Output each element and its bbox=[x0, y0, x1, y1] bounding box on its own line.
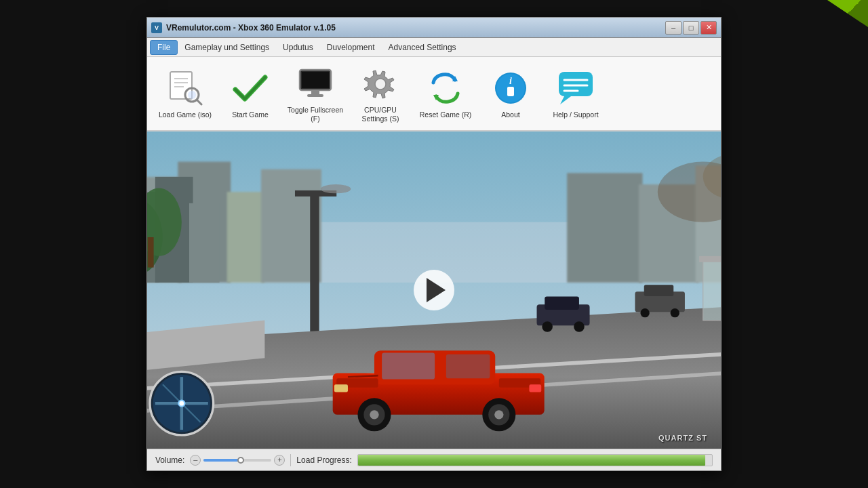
svg-point-51 bbox=[640, 308, 649, 317]
load-progress-bar bbox=[357, 454, 713, 466]
svg-rect-50 bbox=[644, 285, 673, 296]
title-bar: V VRemulutor.com - Xbox 360 Emulator v.1… bbox=[147, 18, 721, 38]
status-divider bbox=[290, 454, 291, 466]
volume-fill bbox=[203, 459, 241, 462]
info-icon: i bbox=[492, 70, 529, 106]
play-triangle-icon bbox=[427, 278, 446, 302]
about-button[interactable]: i About bbox=[479, 62, 542, 126]
svg-rect-71 bbox=[703, 260, 721, 320]
svg-rect-46 bbox=[545, 296, 579, 310]
volume-label: Volume: bbox=[155, 455, 184, 465]
svg-point-47 bbox=[542, 321, 553, 332]
svg-line-6 bbox=[197, 100, 201, 104]
window-controls: – □ ✕ bbox=[665, 21, 717, 35]
load-game-icon bbox=[167, 70, 203, 106]
cpu-gpu-settings-button[interactable]: CPU/GPU Settings (S) bbox=[349, 62, 412, 126]
svg-rect-17 bbox=[507, 87, 514, 96]
toggle-fullscreen-label: Toggle Fullscreen (F) bbox=[287, 106, 344, 123]
about-label: About bbox=[501, 110, 519, 119]
svg-point-79 bbox=[179, 401, 184, 406]
load-progress-fill bbox=[358, 455, 705, 466]
menu-item-gameplay[interactable]: Gameplay und Settings bbox=[178, 41, 276, 54]
svg-text:i: i bbox=[509, 76, 512, 86]
menu-item-updates[interactable]: Updutus bbox=[276, 41, 320, 54]
start-game-label: Start Game bbox=[232, 110, 269, 119]
svg-point-63 bbox=[370, 410, 378, 419]
close-button[interactable]: ✕ bbox=[701, 21, 717, 35]
svg-rect-55 bbox=[382, 352, 435, 379]
menu-bar: File Gameplay und Settings Updutus Duvel… bbox=[147, 38, 721, 57]
svg-rect-9 bbox=[311, 90, 319, 94]
window-title: VRemulutor.com - Xbox 360 Emulator v.1.0… bbox=[166, 23, 665, 33]
volume-slider[interactable] bbox=[203, 459, 271, 462]
svg-rect-72 bbox=[699, 256, 721, 262]
svg-rect-37 bbox=[148, 237, 154, 268]
svg-point-52 bbox=[671, 308, 679, 317]
play-button[interactable] bbox=[414, 270, 454, 310]
reset-icon bbox=[427, 70, 464, 106]
cpu-gpu-label: CPU/GPU Settings (S) bbox=[352, 106, 409, 123]
start-game-button[interactable]: Start Game bbox=[219, 62, 281, 126]
minimize-button[interactable]: – bbox=[665, 21, 682, 35]
load-progress-label: Load Progress: bbox=[296, 455, 351, 465]
nvidia-logo bbox=[827, 0, 868, 27]
svg-rect-10 bbox=[307, 94, 323, 97]
svg-rect-67 bbox=[334, 384, 348, 392]
svg-point-48 bbox=[574, 321, 585, 332]
gear-icon bbox=[362, 66, 399, 102]
reset-game-button[interactable]: Reset Game (R) bbox=[414, 62, 477, 126]
status-bar: Volume: – + Load Progress: bbox=[147, 449, 721, 470]
load-game-label: Load Game (iso) bbox=[159, 110, 212, 119]
start-game-icon bbox=[232, 70, 269, 106]
menu-item-file[interactable]: File bbox=[150, 40, 178, 55]
svg-point-66 bbox=[494, 410, 503, 419]
svg-point-5 bbox=[188, 91, 196, 99]
reset-game-label: Reset Game (R) bbox=[420, 110, 471, 119]
toolbar: Load Game (iso) Start Game bbox=[147, 57, 721, 131]
svg-point-11 bbox=[375, 79, 386, 89]
svg-rect-29 bbox=[567, 173, 642, 283]
volume-thumb[interactable] bbox=[237, 457, 244, 464]
volume-decrease-button[interactable]: – bbox=[190, 455, 201, 466]
volume-control: – + bbox=[190, 455, 285, 466]
maximize-button[interactable]: □ bbox=[683, 21, 699, 35]
menu-item-advanced[interactable]: Advanced Settings bbox=[382, 41, 463, 54]
game-viewport[interactable]: QUARTZ ST bbox=[147, 131, 721, 449]
svg-rect-18 bbox=[559, 72, 593, 96]
street-label: QUARTZ ST bbox=[658, 434, 707, 442]
volume-increase-button[interactable]: + bbox=[274, 455, 285, 466]
svg-rect-68 bbox=[529, 384, 541, 392]
svg-rect-34 bbox=[189, 203, 220, 283]
emulator-window: V VRemulutor.com - Xbox 360 Emulator v.1… bbox=[146, 17, 722, 471]
svg-rect-27 bbox=[227, 192, 265, 283]
svg-rect-56 bbox=[446, 354, 490, 379]
help-support-label: Help / Support bbox=[553, 110, 598, 119]
svg-point-40 bbox=[321, 184, 351, 193]
toggle-fullscreen-button[interactable]: Toggle Fullscreen (F) bbox=[284, 62, 347, 126]
load-game-button[interactable]: Load Game (iso) bbox=[154, 62, 216, 126]
svg-rect-8 bbox=[302, 72, 329, 88]
app-icon: V bbox=[151, 22, 162, 33]
menu-item-development[interactable]: Duvelopment bbox=[320, 41, 382, 54]
help-support-button[interactable]: Help / Support bbox=[545, 62, 607, 126]
svg-marker-19 bbox=[560, 96, 571, 104]
help-support-icon bbox=[557, 70, 594, 106]
desktop: V VRemulutor.com - Xbox 360 Emulator v.1… bbox=[0, 0, 868, 488]
monitor-icon bbox=[297, 66, 334, 102]
